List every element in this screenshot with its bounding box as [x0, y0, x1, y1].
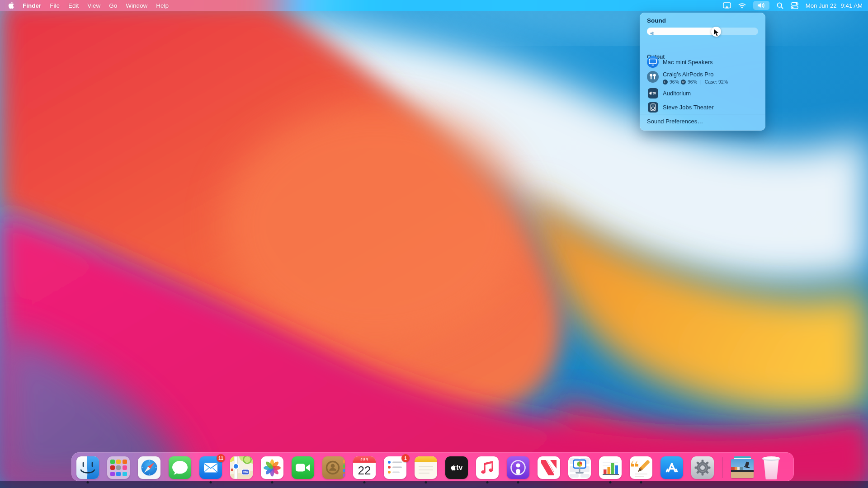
battery-right-icon: R	[681, 80, 686, 84]
sound-panel-title: Sound	[647, 17, 758, 24]
output-device-steve-jobs-theater[interactable]: Steve Jobs Theater	[647, 101, 758, 113]
trash-rim	[762, 456, 780, 461]
battery-separator: |	[700, 79, 702, 84]
clock-time: 9:41 AM	[841, 2, 863, 9]
output-device-mac-mini-speakers[interactable]: Mac mini Speakers	[647, 56, 758, 68]
menu-bar-clock[interactable]: Mon Jun 22 9:41 AM	[806, 2, 863, 9]
device-name: Craig’s AirPods Pro	[663, 71, 713, 78]
menu-item-window[interactable]: Window	[126, 2, 147, 9]
apple-menu-icon[interactable]	[8, 2, 14, 9]
dock-icon-contacts[interactable]	[322, 456, 345, 479]
dock-divider	[722, 457, 722, 478]
dock-icon-messages[interactable]	[169, 456, 191, 479]
airpods-battery-status: L 96% R 96% | Case: 92%	[663, 79, 728, 84]
dock-icon-mail[interactable]: 11	[199, 456, 222, 479]
menu-item-go[interactable]: Go	[109, 2, 117, 9]
running-indicator	[486, 481, 489, 483]
dock-icon-numbers[interactable]	[599, 456, 622, 479]
calendar-day: 22	[353, 463, 376, 479]
running-indicator	[609, 481, 612, 483]
tv-logo-text: tv	[456, 464, 462, 472]
dock-icon-safari[interactable]	[138, 456, 160, 479]
dock-icon-notes[interactable]	[415, 456, 437, 479]
sound-preferences-link[interactable]: Sound Preferences…	[647, 118, 758, 125]
dock-icon-news[interactable]	[538, 456, 560, 479]
menu-item-help[interactable]: Help	[156, 2, 169, 9]
device-name: Auditorium	[663, 90, 691, 97]
running-indicator	[87, 481, 89, 483]
menu-item-edit[interactable]: Edit	[68, 2, 79, 9]
svg-text:280: 280	[243, 471, 248, 474]
notification-badge: 1	[401, 454, 410, 462]
menu-item-view[interactable]: View	[87, 2, 100, 9]
dock-icon-trash[interactable]	[762, 456, 780, 480]
volume-menu-icon[interactable]	[753, 1, 769, 10]
dock-icon-music[interactable]	[476, 456, 499, 479]
running-indicator	[363, 481, 366, 483]
dock-items: 11 280	[76, 456, 780, 480]
menu-bar: Finder File Edit View Go Window Help	[0, 0, 868, 11]
tv-logo-text: tv	[652, 91, 656, 95]
dock-icon-reminders[interactable]: 1	[384, 456, 406, 479]
screen-mirroring-icon[interactable]	[723, 2, 731, 9]
homepod-icon	[648, 102, 658, 113]
volume-slider-fill	[647, 28, 716, 35]
dock-icon-facetime[interactable]	[292, 456, 314, 479]
output-device-auditorium[interactable]: tv Auditorium	[647, 87, 758, 99]
dock-icon-photos[interactable]	[261, 456, 283, 479]
wifi-icon[interactable]	[738, 3, 746, 9]
dock-icon-podcasts[interactable]	[507, 456, 529, 479]
battery-right-value: 96%	[688, 79, 697, 84]
menu-item-file[interactable]: File	[50, 2, 60, 9]
running-indicator	[640, 481, 642, 483]
notification-badge: 11	[217, 454, 225, 462]
display-speaker-icon	[647, 56, 659, 68]
airpods-icon	[647, 71, 659, 83]
running-indicator	[517, 481, 519, 483]
running-indicator	[210, 481, 212, 483]
battery-left-icon: L	[663, 80, 668, 84]
running-indicator	[425, 481, 427, 483]
dock-item-photo-stack[interactable]	[731, 456, 754, 479]
dock-icon-maps[interactable]: 280	[230, 456, 253, 479]
sound-panel: Sound Output Mac mini Speakers Craig’s A…	[640, 13, 765, 131]
dock-icon-keynote[interactable]	[568, 456, 591, 479]
calendar-month: JUN	[353, 456, 376, 463]
menu-item-finder[interactable]: Finder	[23, 2, 41, 9]
clock-date: Mon Jun 22	[806, 2, 837, 9]
desktop: Finder File Edit View Go Window Help	[0, 0, 868, 488]
dock-icon-pages[interactable]	[630, 456, 652, 479]
spotlight-icon[interactable]	[777, 2, 783, 9]
apple-tv-icon: tv	[648, 88, 658, 99]
dock-icon-launchpad[interactable]	[107, 456, 130, 479]
slider-speaker-icon	[650, 29, 656, 38]
battery-left-value: 96%	[670, 79, 679, 84]
battery-case-value: Case: 92%	[705, 79, 728, 84]
device-name: Mac mini Speakers	[663, 59, 713, 66]
dock-icon-tv[interactable]: tv	[445, 456, 468, 479]
mouse-cursor	[713, 28, 722, 39]
dock-icon-system-preferences[interactable]	[691, 456, 714, 479]
photo-thumbnail	[731, 459, 754, 478]
dock-icon-app-store[interactable]	[660, 456, 683, 479]
panel-divider	[640, 114, 765, 114]
volume-slider[interactable]	[647, 28, 758, 35]
device-name: Steve Jobs Theater	[663, 104, 714, 111]
running-indicator	[271, 481, 274, 483]
control-center-icon[interactable]	[791, 2, 798, 9]
output-device-airpods[interactable]: Craig’s AirPods Pro L 96% R 96% | Case: …	[647, 70, 758, 85]
trash-body	[763, 458, 779, 479]
bottom-letterbox	[0, 481, 868, 488]
dock-icon-finder[interactable]	[76, 456, 99, 479]
dock-icon-calendar[interactable]: JUN 22	[353, 456, 376, 479]
